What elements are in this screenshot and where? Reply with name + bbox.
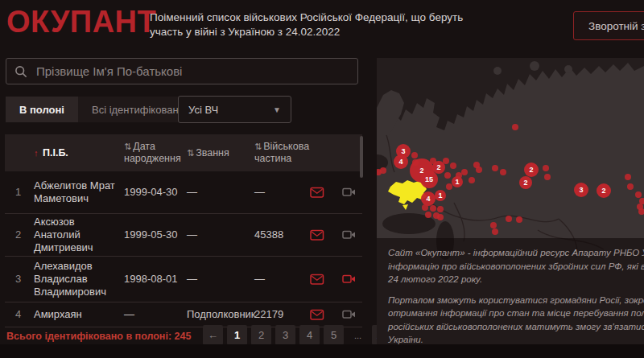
tab-captive[interactable]: В полоні (6, 97, 78, 122)
table-row[interactable]: 3Алехавидов Владислав Владимирович1998-0… (5, 257, 362, 302)
scrollbar-thumb[interactable] (360, 136, 363, 178)
table-header: ↑ П.І.Б. ⇅Дата народження ⇅Звання ⇅Війсь… (5, 134, 362, 171)
site-description-line2: участь у війні з Україною з 24.02.2022 (150, 25, 463, 39)
map-dot[interactable] (437, 214, 444, 220)
footer-strip (0, 344, 644, 358)
search-input[interactable] (35, 64, 349, 79)
feedback-button[interactable]: Зворотній зв'язок (573, 11, 644, 40)
column-unit[interactable]: ⇅Військова частина (254, 141, 299, 165)
about-paragraph-1: Сайт «Окупант» - інформаційний ресурс Ап… (388, 246, 644, 286)
page-button[interactable]: 2 (251, 325, 271, 345)
filter-tabs: В полоні Всі ідентифіковані (6, 97, 194, 122)
row-birth-date: 1998-08-01 (124, 273, 187, 286)
table-scrollbar[interactable] (360, 136, 363, 324)
map-dot[interactable] (492, 165, 498, 171)
map-island (530, 61, 539, 71)
map-dot[interactable] (469, 177, 475, 183)
about-line: Порталом зможуть користуватися громадяни… (388, 294, 644, 307)
map-dot[interactable] (476, 167, 482, 173)
map-cluster-count: 15 (425, 175, 433, 183)
map-dot[interactable] (443, 158, 449, 164)
row-name: Аксюзов Анатолий Дмитриевич (34, 216, 124, 254)
sort-icon: ⇅ (124, 142, 131, 151)
video-camera-icon[interactable] (342, 229, 356, 241)
map-dot[interactable] (444, 172, 451, 179)
table-row[interactable]: 2Аксюзов Анатолий Дмитриевич1999-05-30—4… (5, 214, 362, 257)
site-description-line1: Поіменний список військових Російської Ф… (150, 10, 463, 25)
map-island (564, 65, 572, 73)
column-birth-date[interactable]: ⇅Дата народження (124, 141, 187, 165)
map-dot[interactable] (516, 216, 522, 223)
about-line: Сайт «Окупант» - інформаційний ресурс Ап… (388, 246, 644, 260)
map-dot[interactable] (544, 174, 551, 180)
mail-icon[interactable] (310, 274, 324, 286)
page-button[interactable]: 1 (227, 325, 247, 345)
map-dot[interactable] (446, 183, 452, 190)
about-text: Сайт «Окупант» - інформаційний ресурс Ап… (388, 246, 644, 344)
map-dot[interactable] (461, 169, 468, 175)
chevron-down-icon: ▼ (273, 105, 281, 114)
map-cluster-count: 3 (579, 186, 583, 194)
site-description: Поіменний список військових Російської Ф… (150, 10, 463, 39)
column-rank[interactable]: ⇅Звання (187, 147, 254, 159)
map-dot[interactable] (437, 206, 444, 212)
map-dot[interactable] (543, 165, 549, 171)
table-body: 1Абжелитов Мрат Маметович1999-04-30—— 2А… (5, 171, 362, 327)
mail-icon[interactable] (310, 229, 324, 241)
map-dot[interactable] (430, 205, 436, 212)
map-dot[interactable] (500, 169, 506, 175)
video-camera-icon[interactable] (342, 187, 356, 198)
sort-asc-icon: ↑ (34, 148, 39, 158)
row-index: 2 (5, 228, 34, 241)
mail-icon[interactable] (310, 187, 324, 199)
about-line: 24 лютого 2022 року. (388, 273, 644, 286)
about-paragraph-2: Порталом зможуть користуватися громадяни… (388, 294, 644, 345)
search-box[interactable] (6, 58, 358, 84)
row-name: Абжелитов Мрат Маметович (34, 179, 124, 205)
table-row[interactable]: 4Амирхаян—Подполковник22179 (5, 302, 362, 327)
map-cluster-count: 2 (436, 163, 440, 171)
map-dot[interactable] (635, 191, 642, 198)
row-unit: — (254, 186, 299, 199)
prev-page-button[interactable]: ← (203, 325, 223, 345)
mail-icon[interactable] (310, 309, 324, 321)
map-dot[interactable] (625, 174, 631, 180)
tab-all-identified[interactable]: Всі ідентифіковані (78, 97, 194, 122)
row-unit: 22179 (254, 308, 299, 321)
map-dot[interactable] (411, 152, 418, 158)
page-button[interactable]: 4 (299, 325, 320, 345)
row-rank: Подполковник (187, 308, 254, 321)
page-button[interactable]: 3 (275, 325, 295, 345)
video-camera-icon[interactable] (342, 274, 356, 285)
row-unit: — (254, 273, 299, 286)
map-cluster-count: 3 (401, 147, 405, 155)
map-dot[interactable] (425, 212, 431, 218)
unit-dropdown-value: Усі ВЧ (188, 104, 218, 116)
page-button[interactable]: 5 (324, 325, 344, 345)
site-logo[interactable]: ОКУПАНТ (6, 5, 156, 39)
map-cluster-count: 1 (438, 191, 442, 200)
map-dot[interactable] (506, 216, 512, 222)
map-island (493, 67, 502, 75)
row-index: 4 (5, 308, 34, 321)
map-dot[interactable] (450, 163, 456, 169)
unit-dropdown[interactable]: Усі ВЧ ▼ (178, 96, 291, 123)
row-rank: — (187, 186, 254, 199)
map-dot[interactable] (627, 183, 634, 190)
column-name[interactable]: ↑ П.І.Б. (34, 147, 124, 159)
video-camera-icon[interactable] (342, 309, 356, 320)
row-name: Амирхаян (34, 308, 124, 321)
map[interactable]: 3422151142232 Сайт «Окупант» - інформаці… (377, 58, 644, 344)
page-button: ... (348, 325, 368, 345)
map-cluster-count: 2 (529, 166, 533, 174)
row-name: Алехавидов Владислав Владимирович (34, 260, 124, 298)
map-dot[interactable] (492, 228, 498, 235)
map-cluster-count: 4 (426, 195, 430, 203)
map-dot[interactable] (512, 124, 518, 130)
about-line: російських військовополонених матимуть з… (388, 320, 644, 334)
table-row[interactable]: 1Абжелитов Мрат Маметович1999-04-30—— (5, 171, 362, 214)
map-dot[interactable] (380, 167, 386, 174)
map-cluster-count: 2 (523, 179, 527, 187)
row-birth-date: 1999-05-30 (124, 228, 187, 241)
map-dot[interactable] (490, 222, 497, 228)
